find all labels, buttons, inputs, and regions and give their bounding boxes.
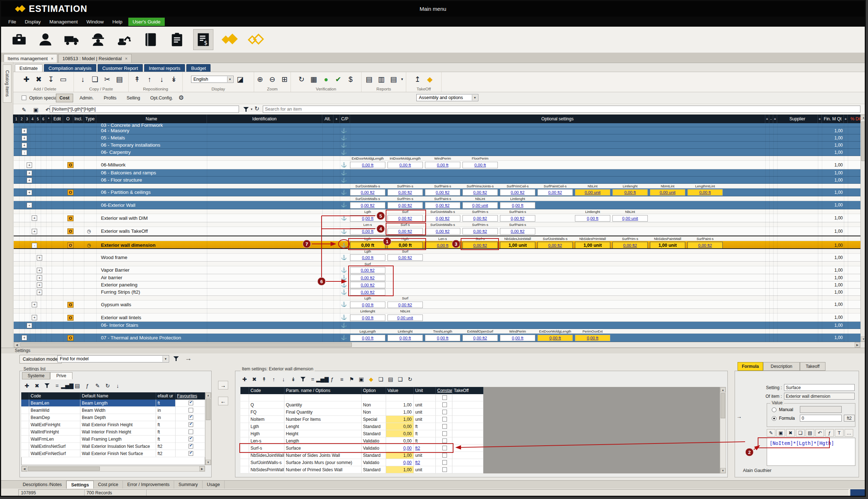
send-button[interactable]: ↥ [412, 73, 423, 85]
settings-cell[interactable]: in [156, 414, 176, 421]
optional-setting-value[interactable]: 0,00 ft2 [425, 215, 460, 222]
settings-cell[interactable]: Wall Exterior Insulation Net Surface [80, 443, 156, 450]
optional-setting-value[interactable]: 0,00 ft2 [462, 242, 498, 249]
compare-button[interactable]: = [309, 375, 317, 383]
param-cell[interactable]: 0,00 [386, 430, 414, 437]
grid-row[interactable]: +⚓06 - Balconies and ramps1,00 [14, 169, 860, 177]
manual-radio[interactable] [772, 407, 776, 412]
optional-setting-value[interactable]: 0,00 ft [388, 162, 423, 168]
param-cell[interactable]: Non [362, 401, 386, 409]
param-cell[interactable]: 0,00 [386, 445, 414, 452]
edit-button[interactable]: ✎ [20, 106, 28, 113]
formula-button[interactable]: ƒ [83, 382, 92, 389]
param-col-header[interactable] [240, 387, 249, 394]
edit-button[interactable]: ✎ [767, 429, 775, 437]
grid-header-cell[interactable]: Incl. [73, 115, 84, 123]
param-cell[interactable] [240, 430, 249, 437]
optional-setting-value[interactable]: 0,00 ft2 [462, 335, 498, 341]
tree-expander[interactable]: + [37, 268, 42, 273]
settings-cell[interactable]: WallExtInsNetSurf [29, 443, 80, 450]
optional-setting-value[interactable]: 0,00 ft2 [388, 189, 423, 196]
optional-setting-value[interactable]: 0,00 ft [500, 335, 535, 341]
bottom-tab-usage[interactable]: Usage [203, 481, 225, 489]
cp-anchor-icon[interactable]: ⚓ [341, 289, 347, 295]
param-cell[interactable]: ft [414, 423, 436, 430]
scroll-up-icon[interactable]: ▲ [720, 387, 726, 392]
optional-setting-value[interactable]: 1,00 unit [650, 242, 685, 249]
insert-row-button[interactable]: ↧ [46, 73, 57, 85]
filter-icon[interactable] [243, 107, 249, 112]
save-button[interactable]: ▣ [32, 106, 40, 113]
settings-cell[interactable]: ft [156, 436, 176, 443]
optional-setting-value[interactable]: 0,00 ft [350, 162, 385, 168]
grid-row[interactable]: SurfJointWalls-sSurfPrim-sSurfPaint-sSur… [14, 184, 860, 196]
grid-header-cell[interactable]: Optional settings [350, 115, 765, 123]
optional-setting-value[interactable]: 0,00 ft2 [500, 189, 535, 196]
param-cell[interactable]: Validatio [362, 459, 386, 466]
add-button[interactable]: ✚ [23, 382, 31, 389]
view-cost[interactable]: Cost [56, 94, 73, 102]
param-cell[interactable]: Special [362, 416, 386, 423]
tree-expander[interactable]: + [27, 178, 32, 183]
text-button[interactable]: T [835, 429, 843, 437]
filter-icon[interactable] [173, 356, 179, 361]
param-cell[interactable]: 1,00 [386, 466, 414, 473]
param-cell[interactable] [452, 452, 483, 459]
param-cell[interactable] [240, 452, 249, 459]
settings-cell[interactable]: Wall Exterior Finish Net Surface [80, 450, 156, 457]
param-cell[interactable]: Non [362, 409, 386, 416]
settings-cell[interactable]: WallExtFinHght [29, 421, 80, 428]
report-button[interactable]: ▤ [364, 73, 375, 85]
grid-header-cell[interactable]: - [769, 115, 773, 123]
param-cell[interactable]: Standard [362, 452, 386, 459]
favourite-cell[interactable] [176, 407, 205, 414]
optional-setting-value[interactable]: 0,00 unit [612, 215, 648, 222]
settings-cell[interactable]: Wall Exterior Finish Height [80, 421, 156, 428]
settings-cell[interactable] [21, 436, 29, 443]
param-col-header[interactable]: Unit [414, 387, 436, 394]
tab-budget[interactable]: Budget [186, 64, 211, 72]
filter-button[interactable] [299, 375, 307, 383]
param-cell[interactable]: Surface Joints Murs (pour somme) [284, 459, 362, 466]
grid-row[interactable]: LgthHgthLen-sSurf-sNbSidesJointWallSurfJ… [14, 236, 860, 249]
grid-row[interactable]: ExtDoorMoldgLengthIntDoorMoldgLengthWind… [14, 156, 860, 169]
optional-setting-value[interactable]: 0,00 ft2 [462, 228, 498, 235]
grid-header-cell[interactable]: Fin. M Qt [822, 115, 844, 123]
billing-sheet-icon[interactable]: $ [193, 29, 213, 50]
grid-row[interactable]: LgthSurf+⚓Wood frame1,000,00 ft0,00 ft2 [14, 249, 860, 262]
add-button[interactable]: ✚ [240, 375, 249, 383]
param-cell[interactable] [452, 459, 483, 466]
favourite-cell[interactable] [176, 428, 205, 436]
param-cell[interactable] [240, 437, 249, 445]
cp-anchor-icon[interactable]: ⚓ [341, 162, 347, 168]
grid-vertical-scrollbar[interactable]: ▲ ▼ [860, 115, 866, 342]
move-bottom-button[interactable]: ↡ [169, 73, 180, 85]
settings-cell[interactable]: Wall Interior Finish Height [80, 428, 156, 436]
param-cell[interactable] [240, 416, 249, 423]
param-cell[interactable] [240, 409, 249, 416]
settings-cell[interactable]: WallFrmLen [29, 436, 80, 443]
favourite-checkbox[interactable] [189, 429, 193, 434]
estimation-outline-logo-icon[interactable] [246, 29, 266, 50]
optional-setting-value[interactable]: 0,00 ft2 [612, 242, 648, 249]
scroll-right-icon[interactable]: ▶ [855, 342, 860, 347]
settings-col-header[interactable]: Default Name [80, 392, 156, 400]
optional-setting-value[interactable]: 0,00 ft [350, 315, 385, 321]
favourite-cell[interactable] [176, 421, 205, 428]
tree-expander[interactable]: + [37, 255, 42, 260]
tree-expander[interactable]: - [32, 243, 37, 248]
param-cell[interactable]: Number of Primed Sides Wall [284, 466, 362, 473]
settings-cell[interactable] [21, 450, 29, 457]
tab-description[interactable]: Description [763, 362, 800, 371]
optional-setting-value[interactable]: 0,00 ft [350, 215, 385, 222]
settings-cell[interactable]: WallExtFinNetSurf [29, 450, 80, 457]
scroll-down-icon[interactable]: ▼ [861, 337, 866, 342]
tree-expander[interactable]: + [37, 290, 42, 295]
chevron-down-icon[interactable]: ▼ [400, 78, 404, 81]
filter-button[interactable] [43, 382, 51, 389]
undo-button[interactable]: ↶ [815, 429, 824, 437]
cp-anchor-icon[interactable]: ⚓ [341, 202, 347, 208]
tab-compilation-analysis[interactable]: Compilation analysis [44, 64, 96, 72]
optional-setting-value[interactable]: 0,00 ft2 [500, 215, 535, 222]
grid-row[interactable]: 03 - Concrete and Formwork [14, 123, 860, 127]
